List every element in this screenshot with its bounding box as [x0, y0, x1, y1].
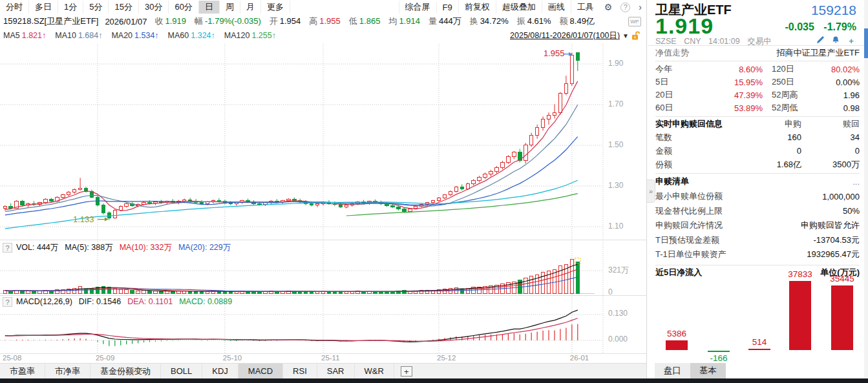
macd-legend-item-2: DEA: 0.1101 [127, 297, 173, 306]
month-tick-label: 25-08 [3, 354, 21, 362]
list-section-title: 申赎清单 [655, 176, 689, 187]
indicator-tab-基金份额变动[interactable]: 基金份额变动 [90, 364, 161, 378]
nav-section-title: 净值走势 [655, 47, 689, 59]
price-change: -0.035 -1.79% [778, 21, 856, 33]
macd-legend-item-0: MACD(12,26,9) [16, 297, 72, 306]
month-tick-label: 25-12 [437, 354, 456, 362]
volume-tick-label: 0 [608, 287, 613, 296]
market-meta: SZSE CNY 14:01:09 交易中 [655, 36, 777, 47]
net-inflow-bar-chart: 5386-1665143783335445 [646, 267, 868, 363]
nav-section-header: 净值走势 招商中证卫星产业ETF [655, 46, 860, 60]
list-table-row: 最小申赎单位份额1,000,000 [655, 189, 860, 204]
flow-value-label: 5386 [654, 329, 699, 338]
fund-code: 159218 [811, 3, 856, 18]
add-watchlist-icon[interactable]: + [846, 36, 856, 45]
list-table-row: T日预估现金差额-13704.53元 [655, 233, 860, 248]
list-table-row: T-1日单位申赎资产1932965.47元 [655, 247, 860, 262]
panel-collapse-handle[interactable]: » [647, 180, 655, 203]
volume-legend-item-1: MA(5): 388万 [65, 242, 112, 253]
trading-status: 交易中 [747, 37, 772, 46]
help-icon[interactable]: ? [3, 297, 12, 307]
indicator-tab-KDJ[interactable]: KDJ [202, 364, 238, 378]
month-tick-label: 25-11 [321, 354, 340, 362]
indicator-tab-市净率[interactable]: 市净率 [45, 364, 90, 378]
volume-legend-item-3: MA(20): 229万 [178, 242, 231, 253]
flow-bar-day2 [708, 351, 730, 352]
nav-performance-table: 今年8.60%120日80.02%5日15.95%250日0.00%20日47.… [655, 63, 860, 114]
indicator-tab-MACD[interactable]: MACD [238, 364, 283, 378]
alert-bell-icon[interactable] [831, 36, 841, 45]
high-price-annotation: 1.955 [544, 48, 565, 58]
volume-legend-item-0: VOL: 444万 [16, 242, 58, 253]
help-icon[interactable]: ? [3, 243, 12, 253]
more-icon[interactable]: ... [852, 177, 860, 187]
realtime-table-row: 笔数16034 [655, 130, 860, 144]
realtime-subscription-table: 实时申购赎回信息申购赎回笔数16034金额00份额1.68亿3500万 [655, 117, 860, 171]
indicator-tab-BOLL[interactable]: BOLL [161, 364, 202, 378]
list-table-row: 申购赎回允许情况申购赎回皆允许 [655, 218, 860, 233]
macd-legend-item-1: DIF: 0.1546 [79, 297, 121, 306]
quote-actions: + [810, 36, 856, 45]
realtime-table-row: 份额1.68亿3500万 [655, 158, 860, 171]
month-tick-label: 26-01 [570, 354, 589, 362]
last-price: 1.919 [655, 14, 714, 39]
indicator-tab-bar: 市盈率市净率基金份额变动BOLLKDJMACDRSISARW&R+ [0, 363, 646, 378]
low-price-annotation: 1.133 [73, 214, 94, 224]
quote-time: 14:01:09 [708, 37, 740, 46]
price-tick-label: 1.90 [608, 59, 623, 68]
month-tick-label: 25-10 [223, 354, 242, 362]
quote-header: 卫星产业ETF 159218 1.919 -0.035 -1.79% SZSE … [647, 0, 868, 45]
price-tick-label: 1.70 [608, 99, 623, 109]
nav-table-row: 今年8.60%120日80.02% [655, 63, 860, 76]
nav-table-row: 20日47.39%52周高1.96 [655, 88, 860, 101]
macd-tick-label: 0.130 [608, 309, 628, 318]
volume-legend-item-2: MA(10): 332万 [120, 242, 172, 253]
edit-icon[interactable] [815, 36, 825, 45]
flow-bar-day4 [789, 281, 811, 350]
list-section-header: 申赎清单 ... [655, 174, 860, 189]
panel-tab-盘口[interactable]: 盘口 [655, 363, 690, 378]
subscription-list-table: 最小申赎单位份额1,000,000现金替代比例上限50%申购赎回允许情况申购赎回… [655, 189, 860, 262]
flow-value-label: 35445 [820, 274, 865, 284]
price-tick-label: 1.10 [608, 222, 623, 231]
nav-table-row: 5日15.95%250日0.00% [655, 76, 860, 88]
flow-bar-day5 [831, 285, 853, 350]
change-value: -0.035 [785, 21, 814, 32]
realtime-table-row: 金额00 [655, 144, 860, 158]
indicator-tab-RSI[interactable]: RSI [283, 364, 317, 378]
macd-tick-label: 0.000 [608, 335, 628, 344]
price-tick-label: 1.50 [608, 140, 623, 149]
flow-value-label: 514 [737, 337, 782, 347]
flow-value-label: -166 [696, 353, 741, 363]
month-tick-label: 25-09 [96, 354, 114, 362]
scrollbar-thumb[interactable] [864, 28, 868, 58]
macd-legend: ?MACD(12,26,9)DIF: 0.1546DEA: 0.1101MACD… [3, 296, 238, 307]
add-indicator-button[interactable]: + [401, 366, 412, 377]
volume-legend: ?VOL: 444万MA(5): 388万MA(10): 332万MA(20):… [3, 242, 237, 253]
flow-bar-day3 [748, 349, 770, 350]
panel-tab-bar: 盘口基本 [655, 363, 726, 378]
list-table-row: 现金替代比例上限50% [655, 204, 860, 219]
kline-region: 分时多日1分5分15分30分60分日周月更多 综合屏F9前复权超级叠加画线工具⚙… [0, 0, 646, 383]
price-tick-label: 1.30 [608, 181, 623, 190]
indicator-tab-SAR[interactable]: SAR [317, 364, 355, 378]
flow-value-label: 37833 [778, 269, 823, 279]
volume-tick-label: 321万 [608, 265, 629, 276]
indicator-tab-市盈率[interactable]: 市盈率 [0, 364, 45, 378]
window-bottom-edge [0, 378, 868, 383]
indicator-tab-W&R[interactable]: W&R [355, 364, 394, 378]
tracked-fund-name: 招商中证卫星产业ETF [776, 47, 860, 59]
flow-bar-day1 [666, 340, 688, 350]
panel-tab-基本[interactable]: 基本 [690, 363, 726, 378]
change-percent: -1.79% [823, 21, 856, 32]
realtime-header-row: 实时申购赎回信息申购赎回 [655, 117, 860, 130]
macd-legend-item-3: MACD: 0.0889 [179, 297, 232, 306]
nav-table-row: 60日53.89%52周低0.98 [655, 101, 860, 114]
currency-label: CNY [684, 37, 701, 46]
app-window: 分时多日1分5分15分30分60分日周月更多 综合屏F9前复权超级叠加画线工具⚙… [0, 0, 868, 383]
exchange-label: SZSE [655, 37, 677, 46]
